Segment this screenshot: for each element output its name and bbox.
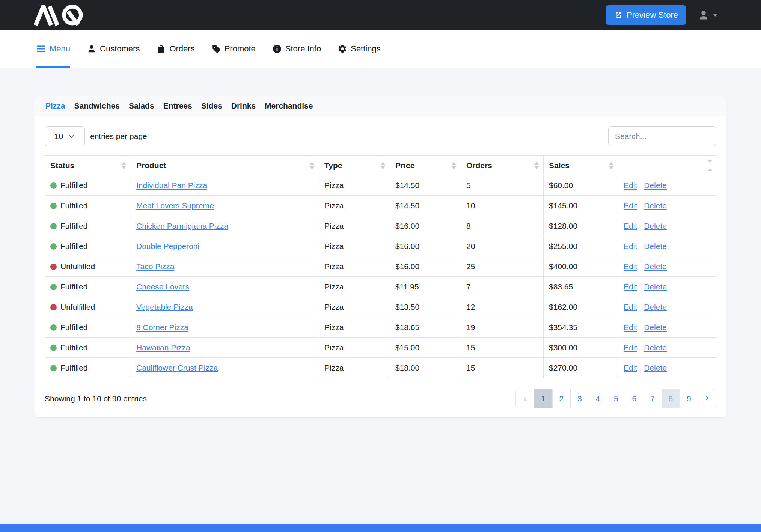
page-item[interactable]: 4 <box>589 389 607 408</box>
edit-link[interactable]: Edit <box>624 323 637 332</box>
price-cell: $13.50 <box>390 297 461 317</box>
price-cell: $14.50 <box>390 175 461 196</box>
product-link[interactable]: Vegetable Pizza <box>136 303 193 311</box>
type-cell: Pizza <box>319 317 390 338</box>
edit-link[interactable]: Edit <box>624 222 637 230</box>
type-cell: Pizza <box>319 277 390 297</box>
edit-link[interactable]: Edit <box>624 262 637 271</box>
orders-cell: 25 <box>461 256 544 277</box>
search-input[interactable] <box>608 126 716 146</box>
column-header-product[interactable]: Product <box>131 156 319 175</box>
sales-cell: $128.00 <box>544 216 618 236</box>
edit-link[interactable]: Edit <box>624 201 637 210</box>
nav-item-promote[interactable]: Promote <box>211 30 256 68</box>
tab-sides[interactable]: Sides <box>201 101 222 110</box>
user-menu[interactable] <box>698 9 718 21</box>
nav-item-store-info[interactable]: Store Info <box>272 30 321 68</box>
delete-link[interactable]: Delete <box>644 262 667 271</box>
product-link[interactable]: Double Pepperoni <box>136 242 199 250</box>
price-cell: $15.00 <box>390 338 461 358</box>
page-item[interactable]: 7 <box>643 389 662 408</box>
edit-link[interactable]: Edit <box>624 282 637 291</box>
product-link[interactable]: Individual Pan Pizza <box>136 181 207 190</box>
table-row: Fulfilled Chicken Parmigiana Pizza Pizza… <box>45 216 717 236</box>
nav-item-menu[interactable]: Menu <box>36 30 70 68</box>
delete-link[interactable]: Delete <box>644 303 667 311</box>
nav-item-orders[interactable]: Orders <box>156 30 194 68</box>
pagination: ‹ 1 2 3 4 5 6 <box>515 389 717 408</box>
price-cell: $14.50 <box>390 196 461 216</box>
column-header-price[interactable]: Price <box>390 156 461 175</box>
tab-sandwiches[interactable]: Sandwiches <box>74 101 120 110</box>
tab-drinks[interactable]: Drinks <box>231 101 256 110</box>
delete-link[interactable]: Delete <box>644 323 667 332</box>
tab-merchandise[interactable]: Merchandise <box>265 101 313 110</box>
product-link[interactable]: Hawaiian Pizza <box>136 343 190 352</box>
product-link[interactable]: Taco Pizza <box>136 262 175 271</box>
product-link[interactable]: Chicken Parmigiana Pizza <box>136 222 228 230</box>
column-header-type[interactable]: Type <box>319 156 390 175</box>
edit-link[interactable]: Edit <box>624 343 637 352</box>
actions-cell: EditDelete <box>618 277 717 297</box>
nav-item-settings[interactable]: Settings <box>338 30 381 68</box>
table-row: Fulfilled Cauliflower Crust Pizza Pizza … <box>45 358 717 378</box>
status-cell: Fulfilled <box>45 358 131 378</box>
product-link[interactable]: 8 Corner Pizza <box>136 323 188 332</box>
actions-cell: EditDelete <box>618 216 717 236</box>
page-item[interactable]: 1 <box>534 389 552 408</box>
delete-link[interactable]: Delete <box>644 201 667 210</box>
page-item[interactable]: 8 <box>662 389 680 408</box>
sort-icon <box>708 160 712 171</box>
column-header-actions[interactable] <box>618 156 717 175</box>
delete-link[interactable]: Delete <box>644 181 667 190</box>
bottom-accent-bar <box>0 524 761 532</box>
delete-link[interactable]: Delete <box>644 363 667 372</box>
page-item[interactable]: 5 <box>607 389 625 408</box>
type-cell: Pizza <box>319 216 390 236</box>
tab-salads[interactable]: Salads <box>129 101 154 110</box>
type-cell: Pizza <box>319 297 390 317</box>
orders-cell: 10 <box>461 196 544 216</box>
delete-link[interactable]: Delete <box>644 343 667 352</box>
edit-link[interactable]: Edit <box>624 303 637 311</box>
delete-link[interactable]: Delete <box>644 242 667 250</box>
product-link[interactable]: Cheese Lovers <box>136 282 189 291</box>
tab-entrees[interactable]: Entrees <box>163 101 192 110</box>
delete-link[interactable]: Delete <box>644 222 667 230</box>
price-cell: $11.95 <box>390 277 461 297</box>
actions-cell: EditDelete <box>618 196 717 216</box>
entries-per-page-select[interactable]: 10 <box>45 126 85 146</box>
status-cell: Fulfilled <box>45 317 131 338</box>
page-item[interactable]: › <box>698 389 716 408</box>
product-link[interactable]: Meat Lovers Supreme <box>136 201 214 210</box>
status-cell: Fulfilled <box>45 196 131 216</box>
edit-link[interactable]: Edit <box>624 242 637 250</box>
brand-logo[interactable] <box>33 5 89 26</box>
page-item[interactable]: 2 <box>552 389 571 408</box>
page-item[interactable]: 9 <box>680 389 698 408</box>
column-header-orders[interactable]: Orders <box>461 156 544 175</box>
page-item[interactable]: 3 <box>570 389 589 408</box>
page-item[interactable]: ‹ <box>516 389 534 408</box>
table-controls: 10 entries per page <box>45 126 716 146</box>
type-cell: Pizza <box>319 256 390 277</box>
actions-cell: EditDelete <box>618 256 717 277</box>
product-link[interactable]: Cauliflower Crust Pizza <box>136 363 218 372</box>
type-cell: Pizza <box>319 338 390 358</box>
nav-item-customers[interactable]: Customers <box>87 30 140 68</box>
sort-icon <box>609 162 613 169</box>
table-body: Fulfilled Individual Pan Pizza Pizza $14… <box>45 175 717 378</box>
tab-pizza[interactable]: Pizza <box>45 101 65 110</box>
page-item[interactable]: 6 <box>625 389 643 408</box>
preview-store-button[interactable]: Preview Store <box>606 5 686 25</box>
status-dot <box>50 345 57 351</box>
column-header-sales[interactable]: Sales <box>544 156 618 175</box>
delete-link[interactable]: Delete <box>644 282 667 291</box>
edit-link[interactable]: Edit <box>624 363 637 372</box>
status-dot <box>50 264 57 270</box>
edit-link[interactable]: Edit <box>624 181 637 190</box>
column-header-status[interactable]: Status <box>45 156 131 175</box>
price-cell: $18.00 <box>390 358 461 378</box>
status-label: Fulfilled <box>60 363 87 372</box>
status-dot <box>50 203 57 209</box>
